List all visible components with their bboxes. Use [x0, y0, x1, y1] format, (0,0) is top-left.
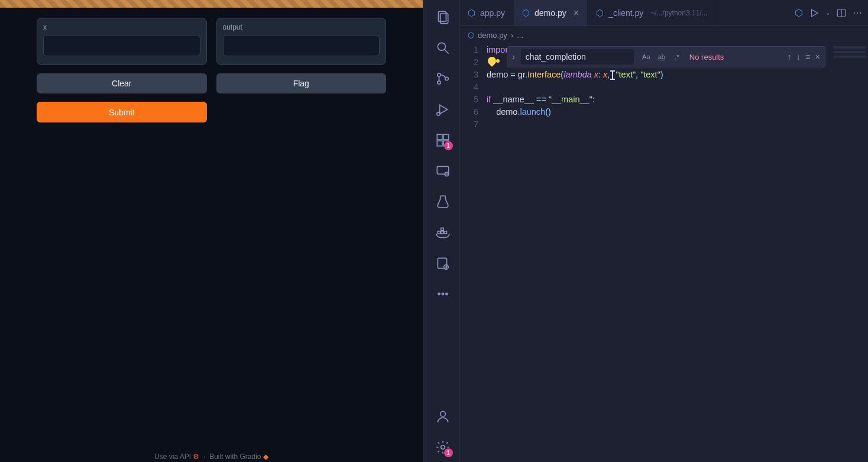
- line-number: 7: [459, 118, 487, 131]
- footer-built-link[interactable]: Built with Gradio: [209, 453, 261, 461]
- find-widget: › Aa ab .* No results ↑ ↓ ≡ ×: [507, 46, 825, 67]
- code-line[interactable]: 7: [459, 118, 868, 131]
- svg-point-25: [440, 411, 445, 416]
- whole-word-toggle[interactable]: ab: [655, 50, 668, 63]
- extensions-badge: 1: [444, 141, 453, 150]
- input-textbox[interactable]: [43, 35, 200, 56]
- line-number: 3: [459, 69, 487, 81]
- svg-point-24: [445, 293, 447, 295]
- svg-rect-19: [441, 228, 443, 230]
- svg-rect-20: [438, 258, 446, 268]
- code-line[interactable]: 4: [459, 81, 868, 93]
- more-actions-icon[interactable]: ⋯: [853, 7, 862, 18]
- svg-marker-27: [812, 9, 818, 17]
- code-line[interactable]: 6 demo.launch(): [459, 106, 868, 118]
- svg-point-26: [441, 445, 445, 450]
- tab-path: ~/.../python3.11/...: [650, 9, 707, 17]
- svg-rect-11: [437, 141, 442, 146]
- gradio-top-border: [0, 0, 423, 8]
- svg-point-2: [438, 43, 445, 50]
- tab-label: app.py: [480, 8, 505, 18]
- code-content[interactable]: demo = gr.Interface(lambda x: x,"text", …: [487, 69, 868, 81]
- tab-app[interactable]: ⬡app.py: [459, 0, 514, 25]
- gradio-icon: ◆: [263, 453, 268, 461]
- svg-line-3: [445, 50, 449, 54]
- python-icon: ⬡: [468, 31, 474, 40]
- find-expand-icon[interactable]: ›: [512, 51, 515, 63]
- svg-rect-9: [437, 134, 442, 140]
- code-content[interactable]: [487, 81, 868, 93]
- tab-client[interactable]: ⬡_client.py~/.../python3.11/...: [588, 0, 717, 25]
- run-debug-icon[interactable]: [434, 101, 452, 118]
- settings-sync-icon[interactable]: [434, 254, 452, 272]
- settings-badge: 1: [444, 448, 453, 457]
- docker-icon[interactable]: [434, 224, 452, 241]
- search-icon[interactable]: [434, 39, 452, 57]
- find-selection-icon[interactable]: ≡: [805, 51, 810, 63]
- svg-point-22: [438, 293, 439, 295]
- find-prev-icon[interactable]: ↑: [788, 51, 792, 63]
- svg-point-4: [437, 73, 440, 76]
- code-content[interactable]: [487, 118, 868, 131]
- lightbulb-icon[interactable]: [486, 55, 498, 67]
- language-icon[interactable]: ⬡: [795, 7, 803, 18]
- code-line[interactable]: 5if __name__ == "__main__":: [459, 93, 868, 106]
- input-label: x: [43, 23, 200, 31]
- vscode-window: 1 1 ⬡app.py ⬡demo.py× ⬡_client.py~/.../p…: [426, 0, 868, 462]
- code-content[interactable]: if __name__ == "__main__":: [487, 93, 868, 106]
- svg-point-8: [436, 112, 439, 115]
- testing-icon[interactable]: [434, 193, 452, 211]
- footer-api-link[interactable]: Use via API: [154, 453, 191, 461]
- clear-button[interactable]: Clear: [37, 73, 207, 93]
- code-line[interactable]: 3demo = gr.Interface(lambda x: x,"text",…: [459, 69, 868, 81]
- code-editor[interactable]: › Aa ab .* No results ↑ ↓ ≡ ×: [459, 44, 868, 462]
- regex-toggle[interactable]: .*: [671, 50, 684, 63]
- match-case-toggle[interactable]: Aa: [640, 50, 653, 63]
- api-icon: ⚙: [193, 453, 201, 461]
- more-icon[interactable]: [434, 285, 452, 303]
- svg-rect-18: [444, 231, 446, 234]
- chevron-right-icon: ›: [511, 31, 513, 40]
- gradio-footer: Use via API ⚙ · Built with Gradio ◆: [0, 453, 423, 461]
- settings-icon[interactable]: 1: [434, 438, 452, 456]
- breadcrumb[interactable]: ⬡ demo.py › ...: [459, 26, 868, 44]
- extensions-icon[interactable]: 1: [434, 131, 452, 149]
- tab-label: demo.py: [535, 8, 566, 18]
- output-label: output: [223, 23, 380, 31]
- line-number: 5: [459, 93, 487, 106]
- find-next-icon[interactable]: ↓: [796, 51, 801, 63]
- run-dropdown-icon[interactable]: ⌄: [825, 9, 830, 16]
- input-card: x: [37, 18, 207, 65]
- accounts-icon[interactable]: [434, 408, 452, 425]
- explorer-icon[interactable]: [434, 8, 452, 26]
- remote-icon[interactable]: [434, 162, 452, 180]
- source-control-icon[interactable]: [434, 70, 452, 88]
- svg-rect-13: [437, 166, 449, 174]
- tab-label: _client.py: [608, 8, 643, 18]
- code-content[interactable]: demo.launch(): [487, 106, 868, 118]
- breadcrumb-file: demo.py: [478, 31, 507, 40]
- tab-demo[interactable]: ⬡demo.py×: [514, 0, 588, 25]
- find-input[interactable]: [521, 49, 634, 64]
- output-card: output: [216, 18, 387, 65]
- svg-rect-16: [438, 231, 440, 234]
- python-icon: ⬡: [596, 8, 604, 18]
- find-close-icon[interactable]: ×: [815, 51, 820, 63]
- python-icon: ⬡: [468, 8, 475, 18]
- tab-bar: ⬡app.py ⬡demo.py× ⬡_client.py~/.../pytho…: [459, 0, 868, 26]
- activity-bar: 1 1: [426, 0, 459, 462]
- svg-rect-17: [441, 231, 443, 234]
- flag-button[interactable]: Flag: [216, 73, 387, 93]
- line-number: 4: [459, 81, 487, 93]
- close-icon[interactable]: ×: [574, 8, 579, 18]
- gradio-app: x output Clear Flag Submit Use via API ⚙…: [0, 0, 423, 462]
- submit-button[interactable]: Submit: [37, 102, 207, 122]
- line-number: 6: [459, 106, 487, 118]
- python-icon: ⬡: [522, 8, 530, 18]
- line-number: 1: [459, 44, 487, 56]
- run-icon[interactable]: [809, 8, 820, 18]
- svg-point-5: [437, 81, 440, 84]
- split-editor-icon[interactable]: [836, 8, 847, 18]
- output-textbox[interactable]: [223, 35, 380, 56]
- line-number: 2: [459, 56, 487, 69]
